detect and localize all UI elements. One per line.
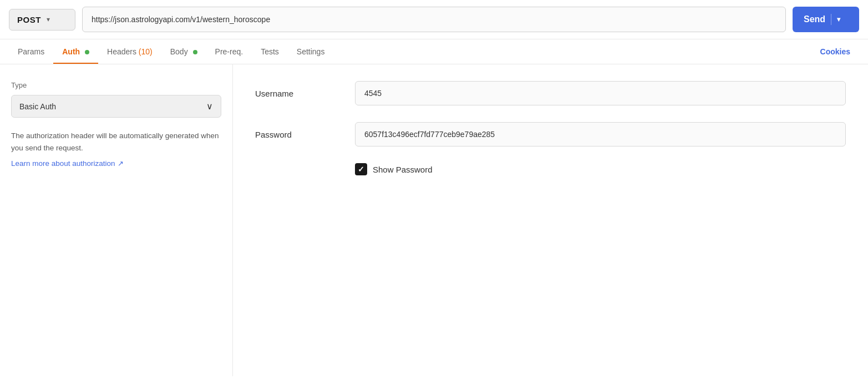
method-selector[interactable]: POST ▾ [9, 9, 75, 31]
url-input[interactable] [82, 7, 786, 32]
left-panel: Type Basic Auth ∨ The authorization head… [0, 64, 233, 376]
tab-prereq[interactable]: Pre-req. [206, 39, 252, 64]
learn-more-label: Learn more about authorization [11, 159, 115, 168]
content-area: Type Basic Auth ∨ The authorization head… [0, 64, 868, 376]
password-input[interactable] [355, 122, 846, 146]
type-selector-label: Basic Auth [19, 102, 56, 111]
top-bar: POST ▾ Send ▾ [0, 0, 868, 39]
tab-body[interactable]: Body [161, 39, 206, 64]
show-password-row: ✓ Show Password [355, 163, 846, 175]
tab-params[interactable]: Params [9, 39, 53, 64]
type-selector[interactable]: Basic Auth ∨ [11, 95, 221, 118]
external-link-icon: ↗ [118, 159, 124, 168]
body-dot [193, 50, 197, 54]
tab-settings[interactable]: Settings [288, 39, 334, 64]
cookies-link[interactable]: Cookies [811, 39, 859, 64]
send-chevron-icon: ▾ [837, 16, 840, 23]
right-panel: Username Password ✓ Show Password [233, 64, 868, 376]
headers-badge: (10) [139, 47, 153, 56]
send-button-divider [831, 14, 831, 25]
auth-description: The authorization header will be automat… [11, 130, 221, 154]
username-input[interactable] [355, 81, 846, 105]
auth-dot [85, 50, 89, 54]
send-label: Send [804, 14, 825, 24]
password-row: Password [255, 122, 846, 146]
method-label: POST [17, 15, 41, 24]
username-row: Username [255, 81, 846, 105]
type-label: Type [11, 81, 221, 89]
password-label: Password [255, 130, 344, 139]
checkmark-icon: ✓ [358, 165, 364, 174]
send-button[interactable]: Send ▾ [793, 7, 859, 32]
method-chevron-icon: ▾ [47, 16, 50, 23]
tab-auth[interactable]: Auth [53, 39, 98, 64]
tab-headers[interactable]: Headers (10) [98, 39, 161, 64]
checkbox-box: ✓ [355, 163, 367, 175]
learn-more-link[interactable]: Learn more about authorization ↗ [11, 159, 124, 168]
show-password-checkbox[interactable]: ✓ Show Password [355, 163, 433, 175]
show-password-label: Show Password [373, 165, 433, 174]
username-label: Username [255, 89, 344, 98]
type-chevron-icon: ∨ [206, 101, 213, 112]
tab-tests[interactable]: Tests [252, 39, 288, 64]
tabs-bar: Params Auth Headers (10) Body Pre-req. T… [0, 39, 868, 64]
